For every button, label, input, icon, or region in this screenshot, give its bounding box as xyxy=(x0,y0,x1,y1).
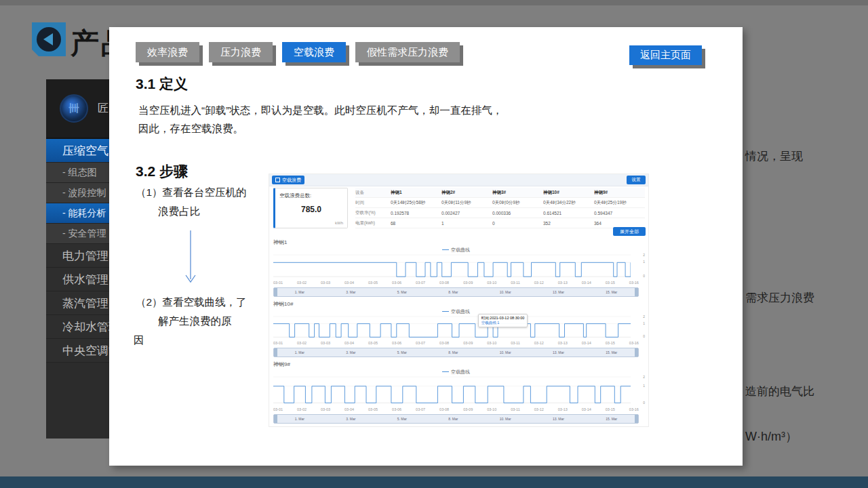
x-axis-tick: 03-06 xyxy=(392,340,401,346)
x-axis-tick: 03-08 xyxy=(439,280,449,285)
table-cell: 1 xyxy=(441,221,492,226)
section-heading-steps: 3.2 步骤 xyxy=(136,162,188,181)
charts: 神钢1空载曲线21003-0103-0203-0303-0403-0503-06… xyxy=(269,237,648,427)
legend-label: 空载曲线 xyxy=(451,309,470,314)
tab-pressure-waste[interactable]: 压力浪费 xyxy=(209,42,273,62)
screen: 产品 卌 匠 压缩空气 - 组态图 - 波段控制 - 能耗分析 - 安全管理 电… xyxy=(0,0,868,488)
datazoom-label: 15. Mar xyxy=(606,290,617,294)
table-cell: 神钢1 xyxy=(391,190,441,196)
datazoom-label: 13. Mar xyxy=(553,290,564,294)
datazoom-label: 1. Mar xyxy=(295,350,304,354)
x-axis-tick: 03-15 xyxy=(606,407,615,412)
step1-text-line2: 浪费占比 xyxy=(158,205,200,219)
chart-legend[interactable]: 空载曲线 xyxy=(273,308,639,315)
y-axis-tick: 0 xyxy=(643,335,645,338)
x-axis-tick: 03-09 xyxy=(463,407,473,412)
tab-unload-waste[interactable]: 空载浪费 xyxy=(282,42,346,62)
table-row: 电量(kwh) 68 1 0 352 364 xyxy=(355,218,645,228)
chart-plot-area: 210 xyxy=(273,253,639,279)
table-cell: 神钢10# xyxy=(543,190,594,196)
unload-curve-chart: 神钢10#空载曲线210时间:2021-03-12 08:30:00空载曲线:1… xyxy=(269,300,648,357)
chart-legend[interactable]: 空载曲线 xyxy=(273,369,639,375)
x-axis-tick: 03-05 xyxy=(368,280,378,285)
left-triangle-icon xyxy=(43,33,53,45)
unload-waste-badge: 空载浪费 xyxy=(272,176,304,184)
table-cell: 352 xyxy=(543,221,594,226)
datazoom-slider[interactable]: 1. Mar3. Mar5. Mar8. Mar10. Mar13. Mar15… xyxy=(273,348,639,357)
x-axis-tick: 03-01 xyxy=(273,280,283,285)
x-axis-tick: 03-06 xyxy=(392,280,401,285)
chart-plot-area: 210时间:2021-03-12 08:30:00空载曲线:1 xyxy=(273,315,639,340)
datazoom-label: 13. Mar xyxy=(553,350,564,354)
tab-efficiency-waste[interactable]: 效率浪费 xyxy=(136,42,199,62)
x-axis-tick: 03-08 xyxy=(439,407,449,412)
x-axis-tick: 03-01 xyxy=(273,407,283,412)
datazoom-label: 15. Mar xyxy=(606,350,617,354)
unload-curve-chart: 神钢1空载曲线21003-0103-0203-0303-0403-0503-06… xyxy=(269,239,648,297)
x-axis-tick: 03-15 xyxy=(606,280,615,285)
chart-tooltip: 时间:2021-03-12 08:30:00空载曲线:1 xyxy=(478,314,528,327)
section-heading-definition: 3.1 定义 xyxy=(136,75,188,94)
x-axis-tick: 03-16 xyxy=(629,280,639,285)
x-axis-tick: 03-02 xyxy=(297,407,307,412)
datazoom-slider[interactable]: 1. Mar3. Mar5. Mar8. Mar10. Mar13. Mar15… xyxy=(273,287,639,297)
legend-label: 空载曲线 xyxy=(451,247,470,252)
step2-text-line3: 因 xyxy=(134,333,144,348)
y-axis-tick: 1 xyxy=(643,322,645,325)
table-cell: 空载率(%) xyxy=(355,210,391,216)
x-axis-tick: 03-07 xyxy=(416,280,425,285)
definition-paragraph: 当空压机进入“卸载”状态，即认为是空载。此时空压机不产气，却一直在排气，因此，存… xyxy=(138,101,505,138)
x-axis-tick: 03-13 xyxy=(558,340,568,346)
sidebar-brand: 匠 xyxy=(98,102,108,116)
datazoom-label: 15. Mar xyxy=(606,417,617,421)
x-axis-tick: 03-02 xyxy=(297,340,307,346)
legend-label: 空载曲线 xyxy=(451,369,470,374)
table-cell: 神钢2# xyxy=(441,190,492,196)
settings-button[interactable]: 设置 xyxy=(627,176,646,184)
x-axis-tick: 03-03 xyxy=(321,280,330,285)
table-cell: 364 xyxy=(594,221,645,226)
x-axis-tick: 03-07 xyxy=(416,407,425,412)
x-axis-tick: 03-11 xyxy=(511,407,520,412)
datazoom-label: 10. Mar xyxy=(500,417,511,421)
expand-all-button[interactable]: 展开全部 xyxy=(613,227,646,236)
unload-waste-total-card: 空载浪费总数: 785.0 kWh xyxy=(273,188,348,228)
datazoom-label: 10. Mar xyxy=(500,350,511,354)
x-axis-tick: 03-15 xyxy=(606,340,615,346)
x-axis: 03-0103-0203-0303-0403-0503-0603-0703-08… xyxy=(273,340,639,346)
x-axis-tick: 03-16 xyxy=(629,407,639,412)
x-axis-tick: 03-03 xyxy=(321,340,330,346)
table-row: 空载率(%) 0.192578 0.002427 0.000336 0.6145… xyxy=(355,208,645,218)
datazoom-label: 5. Mar xyxy=(397,290,407,294)
x-axis-tick: 03-11 xyxy=(511,340,520,346)
datazoom-slider[interactable]: 1. Mar3. Mar5. Mar8. Mar10. Mar13. Mar15… xyxy=(273,414,639,424)
datazoom-label: 3. Mar xyxy=(346,350,355,354)
x-axis-tick: 03-12 xyxy=(534,280,544,285)
table-cell: 电量(kwh) xyxy=(355,220,391,226)
summary-label: 空载浪费总数: xyxy=(279,192,347,199)
chart-plot-area: 210 xyxy=(273,375,639,406)
tooltip-value: 空载曲线:1 xyxy=(481,321,525,325)
chart-title: 神钢9# xyxy=(273,361,639,369)
x-axis-tick: 03-14 xyxy=(582,407,591,412)
x-axis-tick: 03-05 xyxy=(368,407,378,412)
table-cell: 0.614521 xyxy=(543,211,594,216)
y-axis-tick: 0 xyxy=(643,401,645,405)
x-axis-tick: 03-04 xyxy=(344,407,354,412)
datazoom-label: 5. Mar xyxy=(397,417,407,421)
x-axis-tick: 03-09 xyxy=(463,280,473,285)
x-axis-tick: 03-05 xyxy=(368,340,378,346)
background-text-fragment: W·h/m³） xyxy=(745,428,797,445)
dashboard-header: 空载浪费 设置 xyxy=(269,174,648,186)
y-axis-tick: 2 xyxy=(643,315,645,319)
return-main-page-button[interactable]: 返回主页面 xyxy=(629,45,702,65)
back-arrow-icon[interactable] xyxy=(32,22,66,56)
tab-false-demand-pressure-waste[interactable]: 假性需求压力浪费 xyxy=(355,42,460,62)
x-axis: 03-0103-0203-0303-0403-0503-0603-0703-08… xyxy=(273,407,639,412)
x-axis-tick: 03-10 xyxy=(487,280,496,285)
chart-legend[interactable]: 空载曲线 xyxy=(273,247,639,253)
step2-text-line2: 解产生浪费的原 xyxy=(158,314,232,329)
table-cell: 0.192578 xyxy=(391,211,441,216)
x-axis-tick: 03-14 xyxy=(582,280,591,285)
datazoom-label: 8. Mar xyxy=(448,350,458,354)
